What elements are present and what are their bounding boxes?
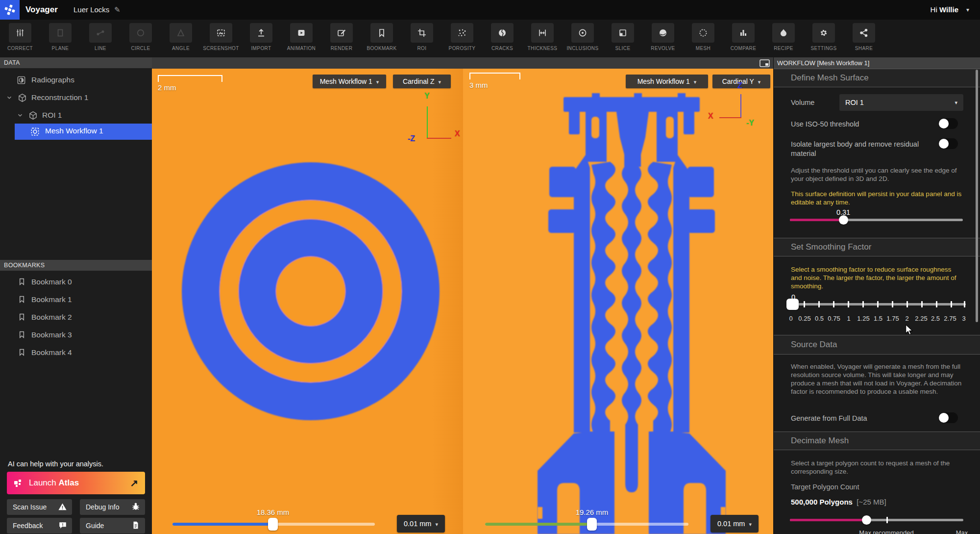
workflow-dropdown[interactable]: Mesh Workflow 1▾ — [313, 75, 386, 88]
chevron-down-icon: ▾ — [758, 79, 761, 85]
viewport-top-strip — [152, 57, 773, 69]
max-recommended-label: Max recommended — [859, 529, 913, 534]
animation-icon — [290, 23, 313, 43]
section-define-mesh-surface: Define Mesh Surface — [774, 69, 980, 87]
iso50-toggle[interactable] — [938, 118, 958, 129]
tree-item-reconstruction[interactable]: Reconstruction 1 — [0, 90, 152, 106]
bookmark-item[interactable]: Bookmark 0 — [0, 274, 152, 291]
bookmark-item[interactable]: Bookmark 4 — [0, 344, 152, 362]
tool-revolve[interactable]: REVOLVE — [643, 20, 683, 57]
tool-circle[interactable]: CIRCLE — [121, 20, 161, 57]
feedback-button[interactable]: Feedback — [7, 518, 72, 534]
scan-issue-button[interactable]: Scan Issue — [7, 499, 72, 515]
tool-share[interactable]: SHARE — [844, 20, 884, 57]
tool-plane[interactable]: PLANE — [40, 20, 80, 57]
slice-viewport-right[interactable]: 3 mm Mesh Workflow 1▾ Cardinal Y▾ Z X -Y… — [463, 69, 773, 534]
section-set-smoothing-factor: Set Smoothing Factor — [774, 238, 980, 256]
tool-screenshot[interactable]: SCREENSHOT — [201, 20, 241, 57]
isolate-label: Isolate largest body and remove residual… — [791, 140, 923, 158]
angle-icon — [170, 23, 192, 43]
panel-scrollbar[interactable] — [976, 70, 978, 322]
plane-dropdown[interactable]: Cardinal Z▾ — [393, 75, 451, 88]
volume-cube-icon — [28, 111, 38, 120]
tool-angle[interactable]: ANGLE — [161, 20, 201, 57]
launch-label: Launch Atlas — [29, 478, 79, 488]
settings-gear-icon — [812, 23, 835, 43]
axis-line-x — [719, 117, 741, 118]
ai-help-text: AI can help with your analysis. — [8, 460, 103, 468]
smoothing-help-text: Select a smoothing factor to reduce surf… — [791, 265, 962, 290]
threshold-slider-handle[interactable] — [839, 215, 848, 225]
tree-item-mesh-workflow-selected[interactable]: Mesh Workflow 1 — [15, 124, 152, 140]
edit-project-icon[interactable]: ✎ — [114, 0, 121, 20]
voyager-logo[interactable] — [0, 0, 20, 20]
tool-roi[interactable]: ROI — [402, 20, 442, 57]
isolate-toggle[interactable] — [938, 138, 958, 149]
screenshot-icon — [210, 23, 232, 43]
slice-slider-fill — [172, 523, 273, 526]
slice-image-circles — [152, 69, 463, 534]
tool-settings[interactable]: SETTINGS — [804, 20, 844, 57]
tree-item-radiographs[interactable]: Radiographs — [0, 73, 152, 88]
mesh-icon — [692, 23, 714, 43]
debug-info-button[interactable]: Debug Info — [80, 499, 145, 515]
slice-viewport-left[interactable]: 2 mm Mesh Workflow 1▾ Cardinal Z▾ Y X -Z… — [152, 69, 463, 534]
slice-slider-handle[interactable] — [587, 518, 597, 531]
project-name[interactable]: Luer Locks — [74, 0, 109, 20]
bug-icon — [131, 502, 140, 511]
workflow-panel-header: WORKFLOW [Mesh Workflow 1] — [774, 57, 980, 69]
generate-full-data-toggle[interactable] — [938, 412, 958, 423]
panel-toggle-icon[interactable] — [760, 59, 770, 67]
correct-icon — [9, 23, 31, 43]
slider-tick — [862, 301, 864, 307]
bookmark-item[interactable]: Bookmark 3 — [0, 327, 152, 344]
chevron-down-icon[interactable] — [6, 94, 13, 101]
slice-position-label: 18.36 mm — [257, 508, 290, 516]
user-menu[interactable]: Hi Willie — [931, 0, 958, 20]
mouse-cursor — [905, 325, 914, 335]
tool-correct[interactable]: CORRECT — [0, 20, 40, 57]
tool-slice[interactable]: SLICE — [603, 20, 643, 57]
step-size-dropdown[interactable]: 0.01 mm▾ — [397, 515, 445, 533]
chevron-down-icon[interactable] — [17, 112, 24, 119]
workflow-dropdown[interactable]: Mesh Workflow 1▾ — [626, 75, 708, 88]
tool-inclusions[interactable]: INCLUSIONS — [563, 20, 603, 57]
tool-render[interactable]: RENDER — [321, 20, 362, 57]
target-polygon-count-label: Target Polygon Count — [791, 483, 859, 491]
tool-line[interactable]: LINE — [80, 20, 121, 57]
tool-compare[interactable]: COMPARE — [723, 20, 763, 57]
slider-tick — [921, 301, 923, 307]
tool-import[interactable]: IMPORT — [241, 20, 281, 57]
tool-mesh[interactable]: MESH — [683, 20, 723, 57]
tool-recipe[interactable]: RECIPE — [763, 20, 804, 57]
section-source-data: Source Data — [774, 335, 980, 355]
bookmark-item[interactable]: Bookmark 2 — [0, 309, 152, 327]
tool-bookmark[interactable]: BOOKMARK — [362, 20, 402, 57]
circle-icon — [129, 23, 152, 43]
slider-tick — [804, 301, 805, 307]
axis-label-up: Y — [424, 92, 430, 101]
bookmark-icon — [18, 278, 26, 286]
radiograph-icon — [17, 76, 26, 85]
chevron-down-icon: ▾ — [955, 100, 957, 106]
step-size-dropdown[interactable]: 0.01 mm▾ — [710, 515, 759, 533]
tree-item-roi[interactable]: ROI 1 — [0, 108, 152, 124]
guide-button[interactable]: Guide — [80, 518, 145, 534]
volume-cube-icon — [18, 93, 27, 102]
smoothing-slider-handle[interactable] — [786, 299, 799, 310]
slider-tick — [848, 301, 849, 307]
slice-icon — [612, 23, 634, 43]
persist-note-text: This surface definition will persist in … — [791, 190, 962, 206]
bookmark-item[interactable]: Bookmark 1 — [0, 291, 152, 309]
toggle-knob — [939, 139, 949, 149]
tool-cracks[interactable]: CRACKS — [482, 20, 522, 57]
tool-animation[interactable]: ANIMATION — [281, 20, 321, 57]
volume-select[interactable]: ROI 1▾ — [839, 94, 963, 111]
tool-porosity[interactable]: POROSITY — [442, 20, 482, 57]
tool-thickness[interactable]: THICKNESS — [522, 20, 563, 57]
launch-atlas-button[interactable]: Launch Atlas ↗ — [7, 472, 145, 494]
slice-slider-handle[interactable] — [268, 518, 278, 531]
smoothing-slider-track[interactable] — [790, 303, 966, 305]
toggle-knob — [939, 119, 949, 128]
user-menu-caret-icon[interactable]: ▾ — [966, 0, 969, 20]
